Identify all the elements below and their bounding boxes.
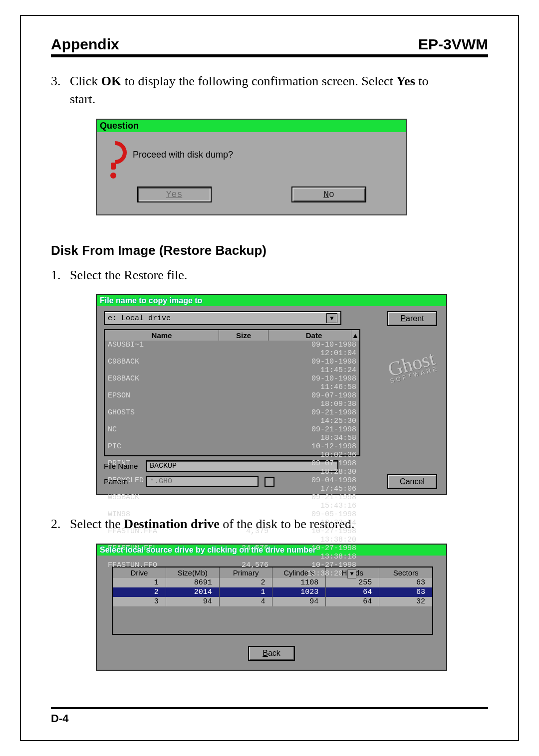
step-2-num: 2. bbox=[51, 515, 70, 533]
pattern-input[interactable]: *.GHO bbox=[146, 476, 259, 487]
step-3: 3.Click OK to display the following conf… bbox=[51, 72, 488, 109]
file-row[interactable]: GHOSTS09-21-1998 14:25:30 bbox=[105, 408, 359, 425]
drive-col: Sectors bbox=[379, 567, 432, 578]
drive-col: Drive bbox=[113, 567, 166, 578]
page-frame: Appendix EP-3VWM 3.Click OK to display t… bbox=[20, 15, 519, 741]
parent-button[interactable]: Parent bbox=[387, 311, 437, 326]
file-row[interactable]: EPSON09-07-1998 18:09:38 bbox=[105, 391, 359, 408]
question-message: Proceed with disk dump? bbox=[133, 150, 233, 160]
col-name[interactable]: Name bbox=[105, 330, 219, 341]
filename-label: File Name bbox=[104, 462, 140, 470]
page-footer: D-4 bbox=[51, 707, 488, 725]
header-left: Appendix bbox=[51, 36, 119, 53]
section-title: Disk From Image (Restore Backup) bbox=[51, 243, 488, 258]
drive-col: Size(Mb) bbox=[166, 567, 220, 578]
col-size[interactable]: Size bbox=[219, 330, 269, 341]
col-date[interactable]: Date ▲ bbox=[269, 330, 359, 341]
scroll-down-icon[interactable]: ▼ bbox=[347, 569, 356, 578]
ghost-logo: Ghost SOFTWARE bbox=[385, 350, 439, 383]
file-row[interactable]: C98BACK09-10-1998 11:45:24 bbox=[105, 358, 359, 375]
file-row[interactable]: E98BACK09-10-1998 11:46:58 bbox=[105, 375, 359, 391]
cancel-button[interactable]: Cancel bbox=[387, 474, 437, 489]
header-right: EP-3VWM bbox=[418, 36, 488, 53]
drive-row[interactable]: 3944946432 bbox=[113, 597, 432, 606]
drive-col: Primary bbox=[220, 567, 273, 578]
step-3-num: 3. bbox=[51, 72, 70, 90]
file-row[interactable]: PIC10-12-1998 10:02:36 bbox=[105, 442, 359, 459]
drive-row[interactable]: 186912110825563 bbox=[113, 578, 432, 587]
step-2: 2.Select the Destination drive of the di… bbox=[51, 515, 488, 533]
pattern-label: Pattern bbox=[104, 477, 140, 486]
question-icon bbox=[104, 141, 123, 169]
chevron-down-icon: ▼ bbox=[326, 313, 337, 323]
yes-button[interactable]: Yes bbox=[137, 187, 212, 202]
drive-row[interactable]: 22014110236463 bbox=[113, 587, 432, 597]
file-picker-dialog: File name to copy image to e: Local driv… bbox=[96, 294, 447, 495]
question-titlebar: Question bbox=[97, 120, 406, 132]
step-1: 1.Select the Restore file. bbox=[51, 266, 488, 284]
page-header: Appendix EP-3VWM bbox=[51, 36, 488, 57]
question-dialog: Question Proceed with disk dump? Yes No bbox=[96, 119, 407, 215]
no-button[interactable]: No bbox=[291, 187, 366, 202]
step-1-num: 1. bbox=[51, 266, 70, 284]
file-row[interactable]: W95BACK09-21-1998 15:43:16 bbox=[105, 493, 359, 510]
back-button[interactable]: Back bbox=[248, 646, 295, 661]
file-row[interactable]: NC09-21-1998 18:34:58 bbox=[105, 425, 359, 442]
scroll-up-icon[interactable]: ▲ bbox=[351, 330, 359, 341]
file-table: Name Size Date ▲ ASUSBI~109-10-1998 12:0… bbox=[104, 329, 360, 456]
file-row[interactable]: ASUSBI~109-10-1998 12:01:04 bbox=[105, 341, 359, 358]
file-picker-titlebar: File name to copy image to bbox=[97, 295, 446, 306]
drive-dropdown[interactable]: e: Local drive ▼ bbox=[104, 311, 341, 325]
